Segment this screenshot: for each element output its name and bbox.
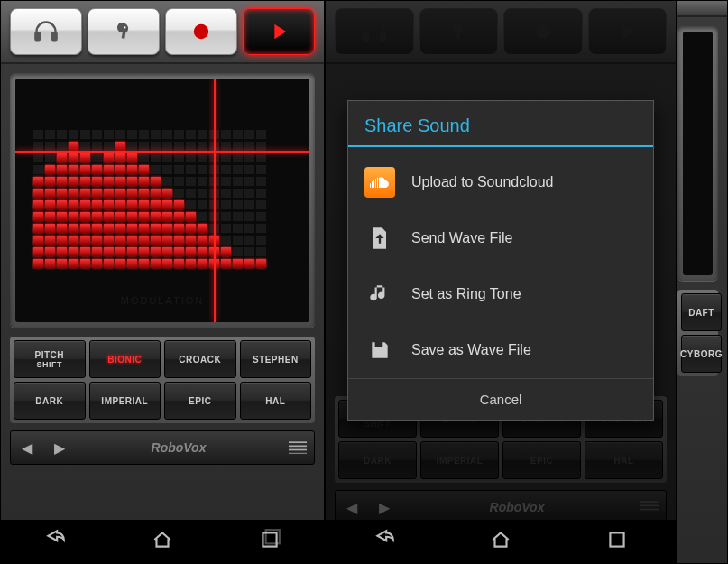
preset-panel-crop: DAFTCYBORG <box>677 290 718 376</box>
dialog-item-label: Upload to Soundcloud <box>411 174 553 190</box>
dialog-cancel-button[interactable]: Cancel <box>348 378 653 420</box>
file-icon <box>367 226 392 251</box>
preset-cyborg[interactable]: CYBORG <box>681 335 722 373</box>
toolbar <box>1 1 324 64</box>
preset-epic[interactable]: EPIC <box>164 382 236 420</box>
headphones-button[interactable] <box>10 8 82 55</box>
svg-point-3 <box>194 24 208 39</box>
share-dialog: Share Sound Upload to SoundcloudSend Wav… <box>347 100 654 421</box>
visualizer-pad[interactable]: MODULATION <box>15 79 309 322</box>
dialog-item-floppy[interactable]: Save as Wave File <box>348 322 653 378</box>
nav-recent[interactable] <box>258 528 281 555</box>
svg-rect-17 <box>379 343 381 346</box>
music-note-icon <box>368 282 392 306</box>
dialog-item-label: Set as Ring Tone <box>411 286 521 302</box>
preset-imperial[interactable]: IMPERIAL <box>89 382 161 420</box>
app-title: RoboVox <box>76 440 281 455</box>
visualizer-label: MODULATION <box>15 295 309 306</box>
nav-back[interactable] <box>43 528 67 555</box>
android-navbar <box>326 520 676 563</box>
crosshair-vertical <box>214 79 216 322</box>
toolbar-crop <box>677 1 727 17</box>
dialog-item-soundcloud[interactable]: Upload to Soundcloud <box>348 154 653 210</box>
dialog-item-label: Save as Wave File <box>411 342 531 358</box>
preset-bionic[interactable]: BIONIC <box>89 340 161 378</box>
visualizer-panel: MODULATION <box>10 73 315 328</box>
floppy-icon <box>368 338 392 362</box>
svg-rect-5 <box>289 446 307 448</box>
preset-panel: PITCHSHIFTBIONICCROACKSTEPHENDARKIMPERIA… <box>10 337 315 423</box>
prev-arrow[interactable]: ◀ <box>11 439 43 457</box>
dialog-item-music-note[interactable]: Set as Ring Tone <box>348 266 653 322</box>
screen-crop-right: DAFTCYBORG <box>677 0 728 564</box>
visualizer-panel-crop <box>677 26 718 281</box>
svg-rect-4 <box>289 441 307 443</box>
svg-point-2 <box>124 26 125 28</box>
preset-hal[interactable]: HAL <box>240 382 312 420</box>
dialog-title: Share Sound <box>348 101 653 145</box>
nav-back[interactable] <box>373 528 396 555</box>
dialog-item-label: Send Wave File <box>411 230 512 246</box>
bottom-bar: ◀ ▶ RoboVox <box>10 430 315 465</box>
soundcloud-icon <box>364 167 395 198</box>
screen-main: MODULATION PITCHSHIFTBIONICCROACKSTEPHEN… <box>0 0 325 564</box>
dialog-separator <box>348 145 653 147</box>
preset-croack[interactable]: CROACK <box>164 340 236 378</box>
svg-rect-0 <box>35 32 40 40</box>
menu-icon[interactable] <box>281 441 314 454</box>
preset-dark[interactable]: DARK <box>14 382 86 420</box>
dialog-item-file-up[interactable]: Send Wave File <box>348 210 653 266</box>
android-navbar <box>1 520 324 563</box>
preset-pitch[interactable]: PITCHSHIFT <box>14 340 86 378</box>
visualizer-pad <box>683 32 713 275</box>
svg-rect-16 <box>611 532 624 546</box>
preset-stephen[interactable]: STEPHEN <box>240 340 312 378</box>
svg-rect-1 <box>52 32 57 40</box>
svg-rect-6 <box>289 449 307 451</box>
screen-share-dialog: PITCHSHIFTBIONICCROACKSTEPHENDARKIMPERIA… <box>325 0 677 564</box>
svg-rect-7 <box>289 453 307 454</box>
play-button[interactable] <box>243 8 315 55</box>
preset-daft[interactable]: DAFT <box>681 293 722 331</box>
record-button[interactable] <box>165 8 237 55</box>
nav-recent[interactable] <box>605 528 629 555</box>
nav-home[interactable] <box>489 528 512 555</box>
dialog-overlay[interactable]: Share Sound Upload to SoundcloudSend Wav… <box>326 1 676 520</box>
next-arrow[interactable]: ▶ <box>43 439 76 457</box>
nav-home[interactable] <box>151 528 174 555</box>
parrot-button[interactable] <box>88 8 160 55</box>
crosshair-horizontal <box>15 151 309 153</box>
